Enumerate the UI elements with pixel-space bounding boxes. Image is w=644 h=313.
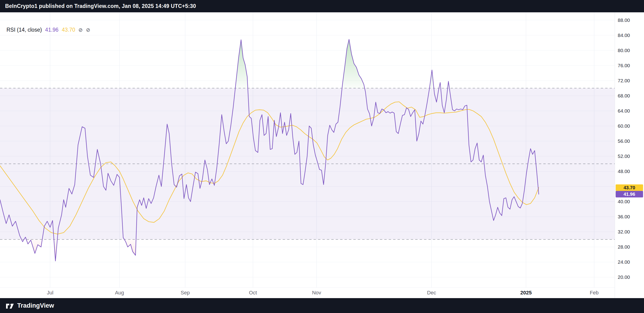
- time-axis-label: Aug: [106, 290, 134, 296]
- slash-circle-icon[interactable]: ⊘: [78, 28, 82, 32]
- time-axis[interactable]: JulAugSepOctNovDec2025Feb: [0, 288, 615, 298]
- time-axis-label: Nov: [303, 290, 330, 296]
- time-axis-label: 2025: [512, 290, 540, 296]
- price-tick-label: 84.00: [618, 32, 630, 38]
- indicator-legend[interactable]: RSI (14, close) 41.96 43.70 ⊘ ⊘: [6, 27, 90, 33]
- chart-pane[interactable]: RSI (14, close) 41.96 43.70 ⊘ ⊘ 88.0084.…: [0, 12, 644, 298]
- price-tick-label: 60.00: [618, 123, 630, 129]
- price-tick-label: 72.00: [618, 78, 630, 84]
- time-axis-label: Oct: [239, 290, 267, 296]
- page: { "header": { "publish_text": "BeInCrypt…: [0, 0, 644, 313]
- tradingview-logo-icon[interactable]: [6, 302, 14, 309]
- rsi-chart-canvas[interactable]: [0, 12, 615, 288]
- price-tick-label: 36.00: [618, 214, 630, 220]
- publish-text: BeInCrypto1 published on TradingView.com…: [5, 3, 196, 9]
- price-tick-label: 80.00: [618, 48, 630, 53]
- time-axis-label: Feb: [580, 290, 608, 296]
- time-axis-label: Jul: [36, 290, 64, 296]
- price-tick-label: 88.00: [618, 18, 630, 23]
- price-tick-label: 52.00: [618, 154, 630, 159]
- time-axis-label: Sep: [171, 290, 199, 296]
- ma-value-badge: 43.70: [616, 184, 643, 191]
- slash-circle-icon[interactable]: ⊘: [86, 28, 90, 32]
- footer-bar: TradingView: [0, 298, 644, 313]
- price-tick-label: 48.00: [618, 168, 630, 174]
- tradingview-wordmark[interactable]: TradingView: [17, 302, 54, 309]
- price-tick-label: 56.00: [618, 138, 630, 144]
- rsi-value-badge: 41.96: [616, 191, 643, 198]
- price-tick-label: 28.00: [618, 244, 630, 250]
- ma-value-label: 43.70: [62, 27, 75, 33]
- price-tick-label: 40.00: [618, 199, 630, 204]
- price-axis[interactable]: 88.0084.0080.0076.0072.0068.0064.0060.00…: [615, 12, 644, 298]
- price-tick-label: 32.00: [618, 229, 630, 235]
- price-tick-label: 76.00: [618, 63, 630, 68]
- rsi-value-label: 41.96: [45, 27, 58, 33]
- price-tick-label: 24.00: [618, 259, 630, 265]
- price-tick-label: 68.00: [618, 93, 630, 98]
- price-tick-label: 20.00: [618, 274, 630, 280]
- time-axis-label: Dec: [418, 290, 446, 296]
- price-tick-label: 64.00: [618, 108, 630, 114]
- publish-banner: BeInCrypto1 published on TradingView.com…: [0, 0, 644, 12]
- indicator-title[interactable]: RSI (14, close): [6, 27, 42, 33]
